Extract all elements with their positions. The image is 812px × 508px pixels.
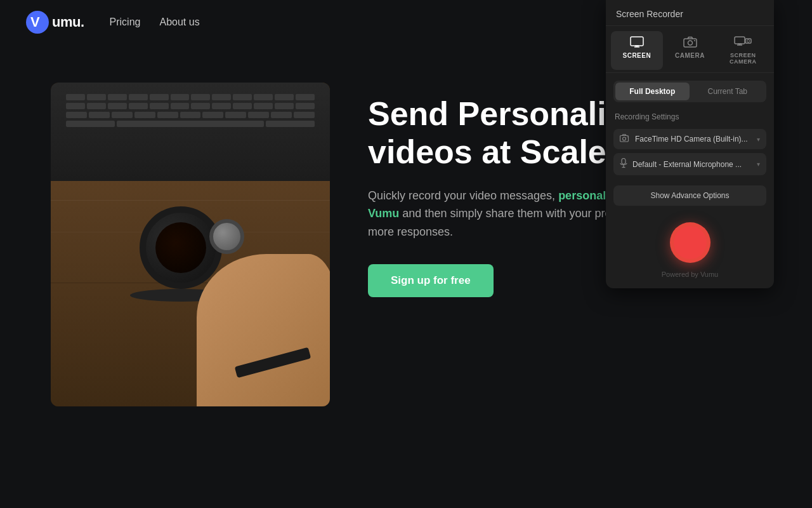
camera-chevron-icon: ▾ — [757, 136, 760, 143]
svg-point-17 — [627, 137, 627, 137]
display-tab-current[interactable]: Current Tab — [691, 83, 765, 100]
mode-tab-sc-label: SCREENCAMERA — [730, 52, 757, 65]
record-btn-container — [606, 212, 774, 268]
mic-chevron-icon: ▾ — [757, 161, 760, 168]
svg-rect-9 — [735, 37, 745, 44]
mode-tabs: SCREEN CAMERA — [606, 26, 774, 73]
nav-links: Pricing About us — [110, 17, 200, 28]
svg-text:V: V — [30, 14, 40, 30]
svg-point-7 — [688, 41, 692, 45]
mode-tab-screen[interactable]: SCREEN — [611, 31, 663, 70]
logo[interactable]: V umu. — [25, 10, 84, 34]
svg-point-11 — [747, 40, 750, 43]
svg-point-16 — [623, 137, 626, 140]
record-button[interactable] — [670, 222, 710, 263]
screen-camera-icon — [734, 36, 752, 50]
recorder-panel: Screen Recorder SCREEN — [606, 0, 774, 288]
svg-rect-18 — [622, 159, 625, 164]
mode-tab-screen-label: SCREEN — [622, 52, 651, 59]
logo-text: umu. — [52, 14, 84, 30]
subtitle-start: Quickly record your video messages, — [368, 189, 558, 202]
nav-link-pricing[interactable]: Pricing — [110, 17, 141, 28]
camera-select-value: FaceTime HD Camera (Built-in)... — [635, 135, 752, 144]
camera-setting-icon — [620, 134, 630, 144]
screen-icon — [630, 36, 644, 50]
mode-tab-camera-label: CAMERA — [675, 52, 705, 59]
logo-icon: V — [25, 10, 49, 34]
advance-options-button[interactable]: Show Advance Options — [613, 185, 766, 206]
display-tab-full[interactable]: Full Desktop — [615, 83, 690, 100]
nav-link-about[interactable]: About us — [159, 17, 199, 28]
hero-image — [51, 83, 330, 406]
settings-label: Recording Settings — [606, 107, 774, 125]
mode-tab-camera[interactable]: CAMERA — [664, 31, 716, 70]
svg-point-8 — [694, 40, 695, 41]
display-tabs: Full Desktop Current Tab — [613, 81, 766, 102]
svg-rect-6 — [684, 39, 697, 47]
mode-tab-screen-camera[interactable]: SCREENCAMERA — [717, 31, 769, 70]
mic-setting-icon — [620, 158, 627, 170]
powered-by: Powered by Vumu — [606, 268, 774, 278]
signup-button[interactable]: Sign up for free — [368, 264, 494, 297]
svg-rect-2 — [631, 37, 643, 46]
mic-select-value: Default - External Microphone ... — [632, 160, 752, 169]
camera-icon — [683, 36, 697, 50]
recorder-header: Screen Recorder — [606, 0, 774, 26]
camera-setting-row: FaceTime HD Camera (Built-in)... ▾ — [613, 129, 766, 149]
mic-setting-row: Default - External Microphone ... ▾ — [613, 153, 766, 175]
